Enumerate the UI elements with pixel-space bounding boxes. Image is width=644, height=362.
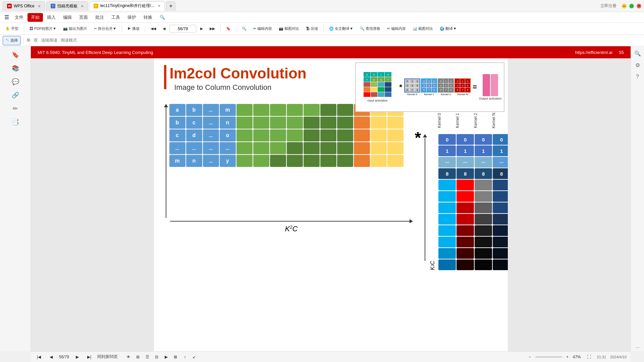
- find-replace-btn[interactable]: 🔍 查找替换: [357, 24, 383, 34]
- back-btn[interactable]: ◀: [160, 24, 168, 34]
- menu-protect[interactable]: 保护: [124, 13, 140, 22]
- nav-next[interactable]: ▶: [73, 353, 81, 361]
- g-cell-8: [236, 117, 253, 129]
- cell-dots6: ...: [203, 142, 219, 154]
- k-c3-0: [438, 202, 456, 213]
- menu-search[interactable]: 🔍: [156, 13, 168, 21]
- view-icon-8[interactable]: ↙: [190, 353, 198, 361]
- slide-content: Im2col Convolution Image to Column Convo…: [154, 58, 508, 277]
- k-c8-0: [438, 259, 456, 270]
- menu-convert[interactable]: 转换: [140, 13, 156, 22]
- maximize-btn[interactable]: □: [629, 4, 634, 8]
- right-zoom[interactable]: 🔍: [633, 49, 642, 58]
- pdf-to-image-btn[interactable]: 🖼 PDF转图片▼: [27, 24, 59, 34]
- right-help[interactable]: ?: [635, 72, 640, 81]
- cell-d: d: [186, 129, 202, 141]
- menu-file[interactable]: 文件: [11, 13, 27, 22]
- k-c2-1: [457, 191, 474, 202]
- tab-lec11[interactable]: P lec11TinyEngine和并行处理/... ✕: [89, 1, 165, 11]
- sep5: [236, 25, 236, 32]
- output-image-btn[interactable]: 📷 输出为图片: [60, 24, 90, 34]
- sidebar-bookmark[interactable]: 🔖: [9, 49, 21, 61]
- view-icon-4[interactable]: ⊟: [153, 353, 161, 361]
- input-activation-matrix: a b ... m: [164, 104, 413, 233]
- close-btn[interactable]: ✕: [637, 4, 641, 8]
- nav-first[interactable]: |◀: [35, 353, 43, 361]
- g-cell-27: [320, 142, 336, 154]
- k1-8: 8: [432, 88, 436, 92]
- view-icon-7[interactable]: ↕: [181, 353, 189, 361]
- zoom-slider[interactable]: [535, 356, 562, 358]
- edit-content-btn[interactable]: ✏ 编辑内容: [251, 24, 275, 34]
- sidebar-pen[interactable]: ✏: [9, 103, 21, 115]
- full-translate-btn[interactable]: 🌐 全文翻译▼: [326, 24, 356, 34]
- menu-page[interactable]: 页面: [76, 13, 91, 22]
- view-icon-5[interactable]: ▶: [162, 353, 170, 361]
- top-input-label: Input activation: [367, 99, 388, 102]
- tab-close-template[interactable]: ✕: [81, 4, 84, 8]
- g-cell-25: [287, 142, 303, 154]
- minimize-btn[interactable]: —: [622, 4, 627, 8]
- left-v-arrow: [164, 104, 168, 218]
- menu-start[interactable]: 开始: [28, 13, 43, 22]
- hand-tool-btn[interactable]: ✋ 手型: [3, 24, 21, 34]
- kv-arrowhead: [423, 134, 427, 137]
- view-mode-read: 阅读模式: [61, 38, 77, 43]
- view-icon-2[interactable]: ⊞: [134, 353, 142, 361]
- sidebar-link[interactable]: 🔗: [9, 89, 21, 101]
- g-cell-31: [270, 155, 286, 167]
- nav-last[interactable]: ▶|: [85, 353, 93, 361]
- tab-wps[interactable]: W WPS Office ✕: [3, 1, 45, 11]
- k-c7-0: [438, 248, 456, 259]
- k2c-arrow-line: [170, 221, 410, 222]
- k1-1: 1: [427, 79, 431, 83]
- view-icon-3[interactable]: ☰: [143, 353, 151, 361]
- g-cell-5: [304, 104, 320, 116]
- top-diagram: a b c d e p q r Input activation *: [355, 62, 504, 112]
- k-c8-1: [457, 259, 474, 270]
- sidebar-layers[interactable]: 📚: [9, 62, 21, 74]
- compress-btn[interactable]: 🗜 压缩: [303, 24, 321, 34]
- forward-btn[interactable]: ▶: [198, 24, 206, 34]
- hamburger-menu[interactable]: ☰: [3, 13, 11, 21]
- g-cell-35: [337, 155, 353, 167]
- user-btn[interactable]: 立即注册: [598, 3, 619, 9]
- sidebar-comment[interactable]: 💬: [9, 76, 21, 88]
- tab-close-lec11[interactable]: ✕: [158, 4, 160, 8]
- im-row-2: c d ... o: [169, 129, 404, 141]
- sidebar-layers2[interactable]: 📑: [9, 116, 21, 128]
- tab-new[interactable]: +: [166, 1, 175, 11]
- menu-edit[interactable]: 编辑: [60, 13, 75, 22]
- edit-content2-btn[interactable]: ✏ 编辑内容: [384, 24, 409, 34]
- zoom-in[interactable]: +: [564, 353, 572, 361]
- bookmark-btn[interactable]: 🔖: [223, 24, 233, 34]
- status-left: |◀ ◀ 56/79 ▶ ▶| 同到第55页 👁 ⊞ ☰ ⊟ ▶ ⊠ ↕ ↙: [35, 353, 198, 361]
- page-input[interactable]: [169, 25, 196, 33]
- fullscreen-btn[interactable]: ⛶: [585, 353, 593, 361]
- select-tool-btn[interactable]: ↖ 选择: [3, 36, 21, 45]
- k-c2-3: [493, 191, 507, 202]
- right-more[interactable]: ···: [634, 343, 641, 351]
- view-icon-6[interactable]: ⊠: [171, 353, 179, 361]
- zoom-out[interactable]: −: [526, 353, 534, 361]
- menu-tools[interactable]: 工具: [108, 13, 123, 22]
- g-cell-26: [304, 142, 320, 154]
- play-btn[interactable]: ▶ 播放: [125, 24, 142, 34]
- k0-7: 7: [410, 88, 415, 92]
- nav-prev[interactable]: ◀: [47, 353, 55, 361]
- menu-insert[interactable]: 插入: [44, 13, 59, 22]
- g-cell-11: [287, 117, 303, 129]
- prev-page-btn[interactable]: ◀◀: [148, 24, 159, 34]
- tab-close-wps[interactable]: ✕: [38, 4, 41, 8]
- translate2-btn[interactable]: 🌍 翻译▼: [437, 24, 459, 34]
- view-icon-1[interactable]: 👁: [124, 353, 132, 361]
- search-doc-btn[interactable]: 🔍: [239, 24, 249, 34]
- split-merge-btn[interactable]: ✂ 拆分合并▼: [91, 24, 119, 34]
- kr-c5: [438, 225, 507, 236]
- screenshot-btn[interactable]: 📸 截图对比: [276, 24, 302, 34]
- tab-template[interactable]: T 找稿壳模板 ✕: [46, 1, 88, 11]
- right-settings[interactable]: ⚙: [634, 61, 641, 70]
- menu-comment[interactable]: 批注: [92, 13, 107, 22]
- next-page-btn[interactable]: ▶▶: [207, 24, 218, 34]
- compare-btn[interactable]: 📊 截图对比: [410, 24, 436, 34]
